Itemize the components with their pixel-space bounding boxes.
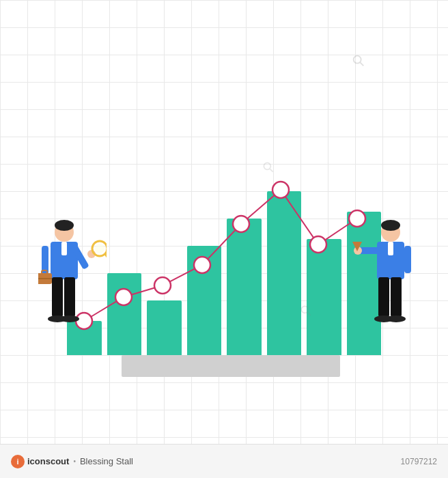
watermark-top-right xyxy=(351,53,366,68)
line-chart xyxy=(67,164,381,355)
logo-icon: i xyxy=(11,455,25,468)
svg-point-10 xyxy=(233,216,249,232)
svg-point-11 xyxy=(272,182,289,198)
logo-text: iconscout xyxy=(27,456,69,466)
svg-point-7 xyxy=(115,289,132,305)
asset-id: 10797212 xyxy=(401,457,437,466)
svg-point-30 xyxy=(60,315,79,322)
bottom-left-group: i iconscout • Blessing Stall xyxy=(11,455,133,468)
svg-rect-38 xyxy=(404,246,411,273)
person-right xyxy=(348,220,417,356)
svg-point-42 xyxy=(387,315,406,322)
person-left xyxy=(38,220,107,356)
svg-rect-28 xyxy=(64,277,75,317)
svg-rect-17 xyxy=(61,242,67,255)
svg-point-15 xyxy=(55,220,74,231)
chart-platform xyxy=(122,355,340,377)
svg-point-32 xyxy=(381,220,400,231)
watermark-bottom xyxy=(299,304,313,318)
svg-rect-39 xyxy=(378,277,389,317)
svg-line-1 xyxy=(360,62,363,66)
illustration-area xyxy=(26,41,422,423)
svg-rect-34 xyxy=(388,242,393,255)
svg-line-5 xyxy=(307,312,311,315)
svg-rect-40 xyxy=(391,277,402,317)
svg-point-12 xyxy=(310,236,326,253)
svg-point-4 xyxy=(301,306,308,313)
bottom-bar: i iconscout • Blessing Stall 10797212 xyxy=(0,444,448,478)
svg-point-0 xyxy=(354,56,361,64)
divider: • xyxy=(73,458,76,465)
svg-point-8 xyxy=(154,277,171,294)
iconscout-logo: i iconscout xyxy=(11,455,69,468)
svg-line-22 xyxy=(105,254,107,259)
svg-point-9 xyxy=(194,257,210,273)
main-container: i iconscout • Blessing Stall 10797212 xyxy=(0,0,448,478)
stall-name: Blessing Stall xyxy=(80,456,133,466)
svg-line-3 xyxy=(270,169,273,172)
svg-point-21 xyxy=(95,244,104,253)
svg-rect-27 xyxy=(52,277,63,317)
svg-point-2 xyxy=(264,163,270,169)
watermark-middle xyxy=(262,160,275,174)
